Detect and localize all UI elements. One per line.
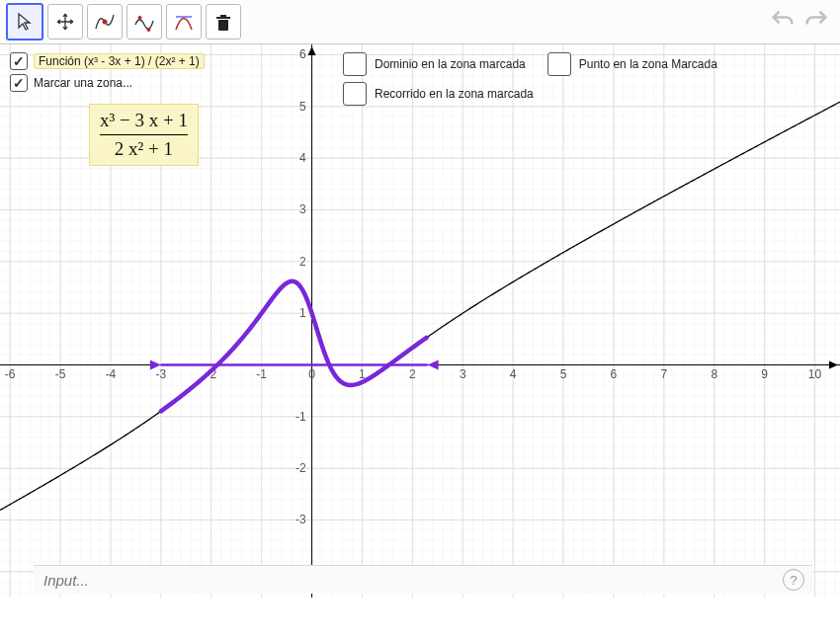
formula-denominator: 2 x² + 1	[100, 134, 188, 161]
svg-text:5: 5	[299, 100, 306, 114]
svg-text:4: 4	[299, 151, 306, 165]
svg-point-1	[138, 16, 142, 20]
svg-text:6: 6	[299, 47, 306, 61]
svg-text:8: 8	[711, 367, 717, 381]
punto-label: Punto en la zona Marcada	[579, 57, 717, 71]
svg-text:3: 3	[299, 202, 306, 216]
svg-text:7: 7	[661, 367, 668, 381]
command-input[interactable]	[42, 571, 777, 590]
svg-text:2: 2	[299, 255, 306, 269]
redo-icon[interactable]	[802, 7, 830, 39]
checkbox-domain[interactable]	[343, 52, 367, 76]
mark-zone-label: Marcar una zona...	[34, 76, 132, 90]
svg-point-2	[147, 28, 151, 32]
toolbar	[0, 0, 840, 44]
svg-text:6: 6	[611, 367, 618, 381]
svg-text:-1: -1	[295, 410, 306, 424]
graph-canvas[interactable]: -6-5-4-3-2-1012345678910-4-3-2-1123456 F…	[0, 44, 840, 598]
undo-icon[interactable]	[769, 7, 797, 39]
checkbox-function[interactable]	[10, 52, 28, 70]
svg-text:2: 2	[409, 367, 416, 381]
zone-checks: Dominio en la zona marcada Punto en la z…	[343, 52, 717, 112]
domain-label: Dominio en la zona marcada	[375, 57, 526, 71]
help-icon[interactable]: ?	[783, 569, 804, 591]
svg-text:5: 5	[560, 367, 567, 381]
tool-point-on-curve[interactable]	[87, 4, 123, 40]
svg-text:4: 4	[510, 367, 517, 381]
svg-text:-5: -5	[55, 367, 66, 381]
svg-text:-3: -3	[156, 367, 167, 381]
checkbox-punto[interactable]	[547, 52, 571, 76]
svg-text:-4: -4	[106, 367, 117, 381]
svg-text:0: 0	[308, 367, 315, 381]
svg-text:1: 1	[299, 306, 306, 320]
svg-text:10: 10	[808, 367, 822, 381]
formula-numerator: x³ − 3 x + 1	[100, 109, 188, 132]
checkbox-mark-zone[interactable]	[10, 74, 28, 92]
checkbox-recorrido[interactable]	[343, 82, 367, 106]
tool-delete[interactable]	[206, 4, 241, 40]
svg-point-0	[103, 20, 108, 25]
tool-extremum[interactable]	[126, 4, 162, 40]
svg-text:-1: -1	[256, 367, 267, 381]
formula-display: x³ − 3 x + 1 2 x² + 1	[89, 104, 199, 166]
tool-tangent[interactable]	[166, 4, 202, 40]
svg-text:-3: -3	[295, 513, 306, 526]
svg-text:3: 3	[460, 367, 466, 381]
input-bar: ?	[34, 565, 812, 594]
svg-text:9: 9	[761, 367, 768, 381]
svg-text:-2: -2	[295, 461, 306, 475]
tool-pointer[interactable]	[6, 3, 43, 40]
recorrido-label: Recorrido en la zona marcada	[375, 87, 534, 101]
svg-text:-6: -6	[5, 367, 16, 381]
tool-move[interactable]	[47, 4, 83, 40]
left-panel: Función (x³ - 3x + 1) / (2x² + 1) Marcar…	[10, 52, 205, 96]
function-label: Función (x³ - 3x + 1) / (2x² + 1)	[34, 53, 205, 69]
